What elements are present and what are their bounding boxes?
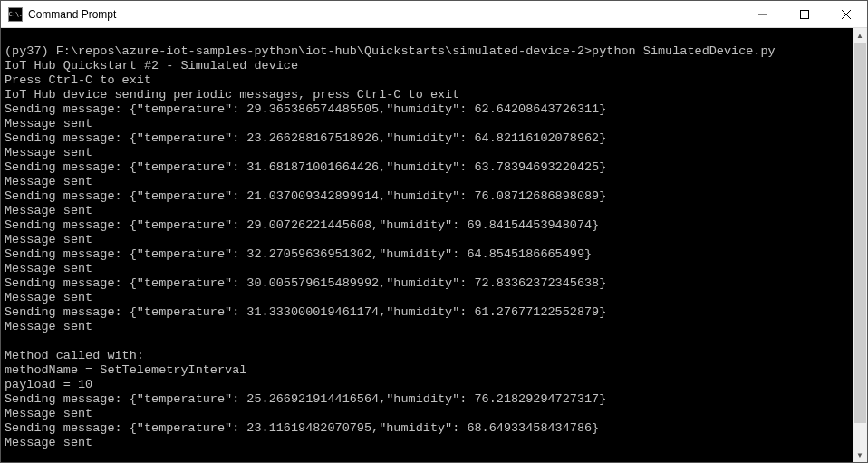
- scroll-up-arrow[interactable]: ▲: [853, 28, 867, 43]
- minimize-button[interactable]: [742, 1, 784, 27]
- terminal-output[interactable]: (py37) F:\repos\azure-iot-samples-python…: [1, 28, 853, 462]
- window-buttons: [742, 1, 867, 27]
- scroll-thumb[interactable]: [854, 43, 866, 423]
- titlebar: C:\. Command Prompt: [1, 1, 867, 28]
- terminal-container: (py37) F:\repos\azure-iot-samples-python…: [1, 28, 867, 462]
- close-button[interactable]: [825, 1, 867, 27]
- cmd-icon: C:\.: [8, 7, 23, 22]
- svg-rect-1: [801, 10, 809, 18]
- maximize-button[interactable]: [784, 1, 825, 27]
- scroll-down-arrow[interactable]: ▼: [853, 448, 867, 462]
- vertical-scrollbar[interactable]: ▲ ▼: [853, 28, 867, 462]
- window-title: Command Prompt: [28, 8, 742, 21]
